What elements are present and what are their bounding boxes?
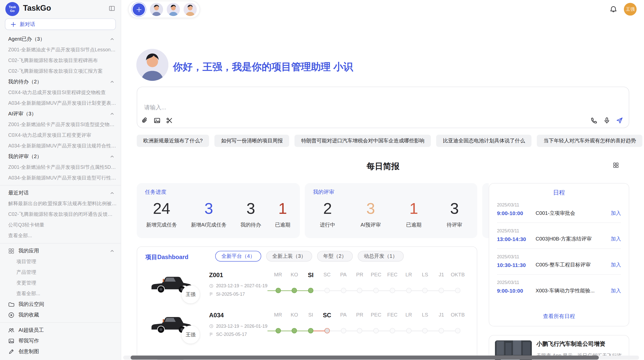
sidebar-list-item[interactable]: Z001-全新燃油轻卡产品开发项目SI造型提交物评审 <box>0 119 121 130</box>
sidebar-section-1[interactable]: 我的待办（2） <box>0 76 121 87</box>
horizontal-scrollbar-thumb[interactable] <box>131 355 599 359</box>
project-owner-badge: 王强 <box>182 285 200 303</box>
sidebar-list-item[interactable]: 项目管理 <box>0 256 121 267</box>
sidebar-list-item[interactable]: 公司Q3轻卡销量 <box>0 220 121 230</box>
sidebar-collapse-icon[interactable] <box>109 5 115 11</box>
app-title: TaskGo <box>23 4 51 13</box>
chat-input[interactable]: 请输入... <box>137 87 629 128</box>
snippet-scissors-icon[interactable] <box>166 117 173 124</box>
sidebar-list-item[interactable]: C02-飞腾新能源轻客改款项目立项汇报方案 <box>0 66 121 76</box>
sidebar-item-label: C02-飞腾新能源轻客改款项目立项汇报方案 <box>8 68 103 74</box>
sidebar-list-item[interactable]: 查看全部... <box>0 230 121 241</box>
sidebar-list-item[interactable]: 产品管理 <box>0 267 121 278</box>
milestone-line-done <box>267 290 311 291</box>
stat-value: 3 <box>360 200 381 217</box>
pen-icon <box>8 348 14 354</box>
milestone-dot-FEC <box>390 328 395 333</box>
suggestion-chip-2[interactable]: 特朗普可能对进口汽车增税会对中国车企造成哪些影响 <box>295 135 431 147</box>
sidebar-list-item[interactable]: A034-全新新能源MUV产品开发项目计划变更表编写 <box>0 98 121 108</box>
voice-call-icon[interactable] <box>591 117 597 124</box>
add-agent-button[interactable] <box>133 3 145 16</box>
schedule-join-link[interactable]: 加入 <box>611 236 621 243</box>
milestone-dot-SI <box>308 288 313 293</box>
dashboard-filter-2[interactable]: 年型（2） <box>317 251 353 262</box>
send-icon[interactable] <box>616 117 623 124</box>
sidebar-list-item[interactable]: 查看全部... <box>0 288 121 299</box>
dashboard-filter-3[interactable]: 动总开发（1） <box>358 251 404 262</box>
schedule-join-link[interactable]: 加入 <box>611 287 621 294</box>
suggestion-chip-1[interactable]: 如何写一份清晰的项目周报 <box>215 135 289 147</box>
notification-bell-icon[interactable] <box>610 6 617 13</box>
chevron-up-icon[interactable] <box>109 79 115 85</box>
sidebar-item-label: AI超级员工 <box>19 327 44 334</box>
daily-briefing-title: 每日简报 <box>137 161 629 172</box>
schedule-item: 2025/03/119:00-10:00X003-车辆动力学性能验...加入 <box>497 280 621 294</box>
sidebar-item-my-favorites[interactable]: 我的收藏 <box>0 310 121 320</box>
schedule-join-link[interactable]: 加入 <box>611 210 621 217</box>
sidebar-list-item[interactable]: A034-全新新能源MUV产品开发项目法规符合性评审 <box>0 140 121 151</box>
project-date-range: 2023-12-19 ~ 2026-01-19 <box>209 323 267 328</box>
clock-icon <box>209 283 214 288</box>
agent-avatar-3[interactable] <box>184 3 197 16</box>
schedule-item: 2025/03/1113:00-14:30C003|H0B-方案冻结评审加入 <box>497 228 621 243</box>
sidebar-list-item[interactable]: C02-飞腾新能源轻客改款项目里程碑画布 <box>0 55 121 66</box>
schedule-title: 日程 <box>489 189 629 197</box>
sidebar-divider <box>0 243 121 244</box>
user-avatar[interactable]: 王强 <box>624 3 637 16</box>
attachment-icon[interactable] <box>141 117 148 124</box>
dashboard-filter-0[interactable]: 全新平台（4） <box>215 251 261 262</box>
sidebar-section-3[interactable]: 我的评审（2） <box>0 151 121 162</box>
sidebar-section-my-apps[interactable]: 我的应用 <box>0 246 121 256</box>
sidebar-list-item[interactable]: C0X4-动力总成开发项目SI里程碑提交物检查 <box>0 87 121 98</box>
insert-image-icon[interactable] <box>154 117 160 124</box>
sidebar-section-recent[interactable]: 最近对话 <box>0 188 121 198</box>
stat-label: 新增AI完成任务 <box>191 222 227 229</box>
schedule-item-date: 2025/03/11 <box>497 228 621 233</box>
milestone-dot-SC <box>324 328 330 333</box>
sidebar-item-creative-drawing[interactable]: 创意制图 <box>0 346 121 357</box>
stat-item: 2进行中 <box>320 200 335 229</box>
schedule-item-title: C003|H0B-方案冻结评审 <box>536 236 611 243</box>
dashboard-filter-1[interactable]: 全新上装（3） <box>266 251 312 262</box>
sidebar-list-item[interactable]: 解释最新出台的欧盟报废车法规再生塑料比例被调至15%... <box>0 198 121 209</box>
suggestion-chip-3[interactable]: 比亚迪全固态电池计划具体说了什么 <box>436 135 532 147</box>
stat-card-title: 我的评审 <box>313 188 334 196</box>
project-flag-milestone: SI-2025-05-17 <box>209 292 245 296</box>
sidebar-divider <box>0 322 121 323</box>
sidebar-item-label: 解释最新出台的欧盟报废车法规再生塑料比例被调至15%... <box>8 200 116 207</box>
view-all-schedule-link[interactable]: 查看所有日程 <box>489 313 629 320</box>
milestone-dot-LR <box>406 328 411 333</box>
sidebar-list-item[interactable]: Z001-全新燃油轻卡产品开发项目SI节点属性5D文件评审 <box>0 162 121 172</box>
schedule-items: 2025/03/119:00-10:00C001-立项审批会加入2025/03/… <box>497 202 621 294</box>
agent-avatar-2[interactable] <box>167 3 180 16</box>
sidebar-item-help-me-write[interactable]: 帮我写作 <box>0 335 121 346</box>
milestone-label-OKTB: OKTB <box>448 312 468 318</box>
sidebar-list-item[interactable]: C0X4-动力总成开发项目工程变更评审 <box>0 130 121 140</box>
chat-input-placeholder: 请输入... <box>144 104 166 111</box>
sidebar-list-item[interactable]: 变更管理 <box>0 278 121 288</box>
chevron-up-icon[interactable] <box>109 154 115 159</box>
schedule-join-link[interactable]: 加入 <box>611 262 621 268</box>
suggestion-chip-0[interactable]: 欧洲新规最近颁布了什么? <box>137 135 209 147</box>
new-chat-button[interactable]: 新对话 <box>5 19 116 30</box>
sidebar-list-item[interactable]: C02-飞腾新能源轻客改款项目的闭环通告反馈情况 <box>0 209 121 220</box>
briefing-layout-grid-icon[interactable] <box>613 162 619 168</box>
sidebar-item-my-cloud-space[interactable]: 我的云空间 <box>0 299 121 310</box>
sidebar-section-2[interactable]: AI评审（3） <box>0 108 121 119</box>
agent-avatar-1[interactable] <box>150 3 163 16</box>
people-icon <box>8 327 14 333</box>
sidebar-list-item[interactable]: A034-全新新能源MUV产品开发项目造型可行性评审 <box>0 172 121 183</box>
microphone-icon[interactable] <box>603 117 610 124</box>
sidebar-section-0[interactable]: Agent已办（3） <box>0 34 121 44</box>
sidebar-item-ai-super-staff[interactable]: AI超级员工 <box>0 325 121 335</box>
sidebar-list-item[interactable]: Z001-全新燃油皮卡产品开发项目SI节点Lesson Learn报告 <box>0 44 121 55</box>
new-chat-label: 新对话 <box>20 21 35 28</box>
sidebar-item-label: Z001-全新燃油皮卡产品开发项目SI节点Lesson Learn报告 <box>8 46 116 53</box>
chevron-up-icon[interactable] <box>109 248 115 254</box>
suggestion-chip-4[interactable]: 当下年轻人对汽车外观有怎样的喜好趋势 <box>537 135 642 147</box>
chevron-up-icon[interactable] <box>109 190 115 196</box>
stat-item: 3AI预评审 <box>360 200 381 229</box>
chevron-up-icon[interactable] <box>109 36 115 42</box>
sidebar: Task Go TaskGo 新对话 Agent已办（3）Z001-全新燃油皮卡… <box>0 0 121 360</box>
chevron-up-icon[interactable] <box>109 111 115 117</box>
